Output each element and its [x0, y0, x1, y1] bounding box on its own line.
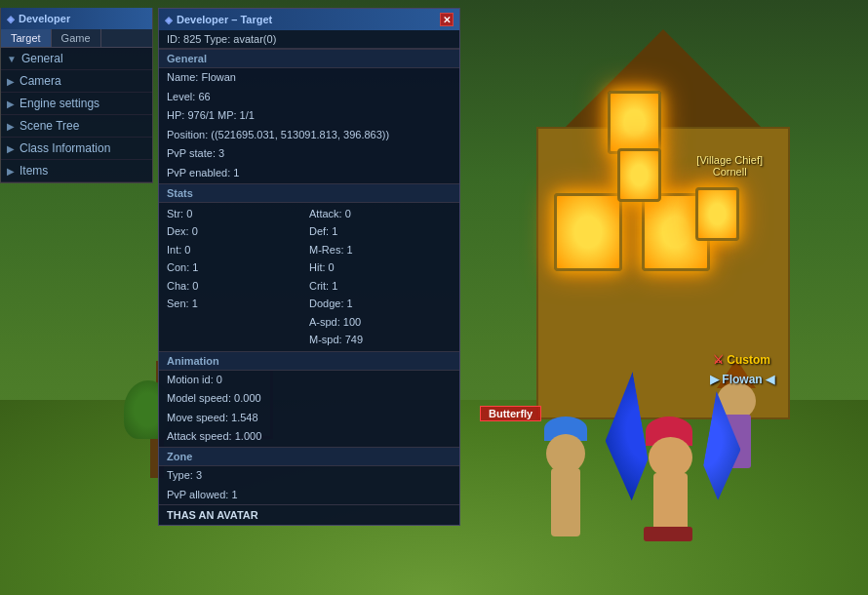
field-hp-mp: HP: 976/1 MP: 1/1 [159, 106, 459, 126]
menu-camera[interactable]: ▶ Camera [1, 70, 152, 93]
section-zone-header: Zone [159, 447, 459, 466]
stat-mres: M-Res: 1 [309, 241, 452, 259]
arrow-icon: ▶ [7, 166, 15, 177]
left-panel-titlebar[interactable]: ◈ Developer [1, 8, 152, 29]
dev-tabs: Target Game [1, 29, 152, 48]
avatar-character [624, 361, 741, 536]
menu-scene-tree[interactable]: ▶ Scene Tree [1, 115, 152, 138]
tab-target[interactable]: Target [1, 29, 52, 47]
menu-general[interactable]: ▼ General [1, 48, 152, 70]
field-pvp-enabled: PvP enabled: 1 [159, 164, 459, 183]
stat-str: Str: 0 [167, 205, 309, 223]
arrow-icon: ▶ [7, 99, 15, 109]
field-attack-speed: Attack speed: 1.000 [159, 427, 459, 447]
developer-target-panel: ◈ Developer – Target ✕ ID: 825 Type: ava… [158, 8, 460, 526]
field-motion-id: Motion id: 0 [159, 371, 459, 390]
section-animation-header: Animation [159, 351, 459, 371]
menu-general-label: General [21, 52, 63, 65]
stat-hit: Hit: 0 [309, 258, 452, 277]
menu-camera-label: Camera [20, 74, 61, 88]
field-move-speed: Move speed: 1.548 [159, 409, 459, 428]
arrow-icon: ▶ [7, 143, 15, 154]
arrow-icon: ▶ [7, 121, 15, 132]
thas-footer: THAS AN AVATAR [159, 504, 459, 525]
target-panel-icon: ◈ [165, 15, 173, 25]
tab-game[interactable]: Game [52, 29, 101, 47]
menu-engine-label: Engine settings [20, 97, 99, 110]
left-panel-title: Developer [19, 13, 70, 24]
panel-icon: ◈ [7, 14, 15, 24]
field-level: Level: 66 [159, 88, 459, 107]
village-chief-label: [Village Chief] Cornell [696, 154, 763, 178]
arrow-icon: ▶ [7, 76, 15, 87]
menu-items[interactable]: ▶ Items [1, 160, 152, 182]
menu-engine-settings[interactable]: ▶ Engine settings [1, 93, 152, 115]
target-panel-titlebar[interactable]: ◈ Developer – Target ✕ [159, 9, 459, 30]
close-button[interactable]: ✕ [440, 13, 454, 26]
target-panel-title: Developer – Target [177, 14, 272, 25]
menu-class-information[interactable]: ▶ Class Information [1, 138, 152, 160]
section-general-header: General [159, 49, 459, 68]
field-model-speed: Model speed: 0.000 [159, 389, 459, 409]
stats-grid: Str: 0 Dex: 0 Int: 0 Con: 1 Cha: 0 Sen: … [159, 203, 459, 351]
field-name: Name: Flowan [159, 68, 459, 88]
stat-int: Int: 0 [167, 241, 309, 259]
stat-dex: Dex: 0 [167, 222, 309, 241]
target-id-row: ID: 825 Type: avatar(0) [159, 30, 459, 49]
butterfly-character [536, 419, 595, 536]
stat-aspd: A-spd: 100 [309, 313, 452, 332]
field-zone-type: Type: 3 [159, 466, 459, 486]
arrow-icon: ▼ [7, 54, 17, 64]
stat-sen: Sen: 1 [167, 295, 309, 313]
stat-con: Con: 1 [167, 258, 309, 277]
field-pvp-allowed: PvP allowed: 1 [159, 486, 459, 505]
stat-cha: Cha: 0 [167, 277, 309, 296]
field-pvp-state: PvP state: 3 [159, 144, 459, 164]
stat-dodge: Dodge: 1 [309, 295, 452, 313]
butterfly-label: Butterfly [480, 406, 541, 421]
flowan-label: Flowan [710, 373, 774, 386]
developer-left-panel: ◈ Developer Target Game ▼ General ▶ Came… [0, 8, 153, 183]
stat-mspd: M-spd: 749 [309, 331, 452, 349]
stat-crit: Crit: 1 [309, 277, 452, 296]
stat-def: Def: 1 [309, 222, 452, 241]
section-stats-header: Stats [159, 183, 459, 203]
menu-class-label: Class Information [20, 141, 110, 155]
field-position: Position: ((521695.031, 513091.813, 396.… [159, 126, 459, 145]
stat-attack: Attack: 0 [309, 205, 452, 223]
menu-items-label: Items [20, 164, 48, 178]
custom-label: Custom [713, 353, 770, 367]
menu-scene-label: Scene Tree [20, 119, 79, 133]
